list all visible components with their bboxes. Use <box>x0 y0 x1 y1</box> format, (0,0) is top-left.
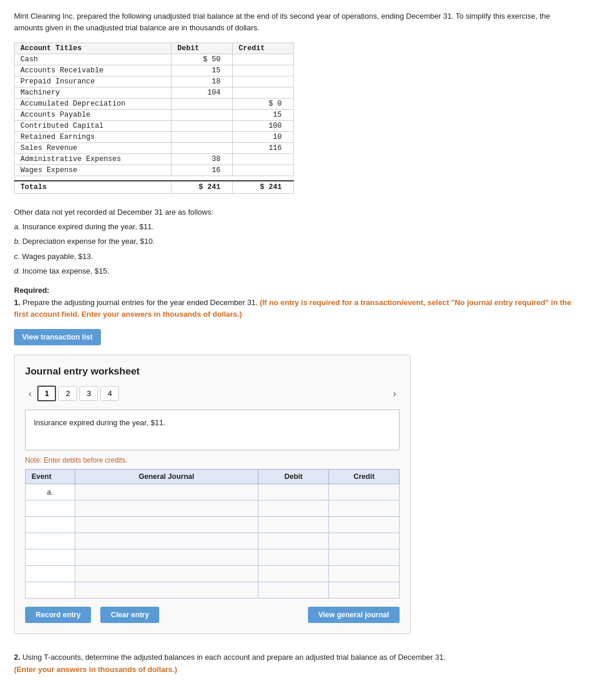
credit-input[interactable] <box>329 550 399 565</box>
debit-input-cell[interactable] <box>258 517 329 533</box>
entry-row <box>26 582 400 598</box>
credit-input[interactable] <box>329 566 399 582</box>
credit-input[interactable] <box>329 582 399 598</box>
clear-entry-button[interactable]: Clear entry <box>100 607 159 623</box>
journal-cell[interactable] <box>75 550 258 566</box>
record-entry-button[interactable]: Record entry <box>25 607 91 623</box>
credit-cell: 15 <box>232 110 293 121</box>
debit-cell <box>171 132 232 143</box>
journal-input[interactable] <box>75 550 258 565</box>
tab-4[interactable]: 4 <box>100 386 119 401</box>
journal-cell[interactable] <box>75 582 258 598</box>
table-row: Accumulated Depreciation $ 0 <box>15 99 294 110</box>
entry-row <box>26 517 400 533</box>
credit-cell: $ 0 <box>232 99 293 110</box>
debit-input-cell[interactable] <box>258 533 329 550</box>
table-row: Accounts Receivable 15 <box>15 65 294 76</box>
debit-input[interactable] <box>258 533 328 549</box>
journal-worksheet: Journal entry worksheet ‹ 1 2 3 4 › Insu… <box>14 355 411 634</box>
event-cell: a. <box>26 484 75 501</box>
journal-cell[interactable] <box>75 517 258 533</box>
credit-input[interactable] <box>329 533 399 549</box>
view-general-journal-button[interactable]: View general journal <box>308 607 400 623</box>
entry-row <box>26 533 400 550</box>
account-cell: Machinery <box>15 88 172 99</box>
account-cell: Administrative Expenses <box>15 154 172 165</box>
col-debit: Debit <box>258 470 329 484</box>
other-data-item: c. Wages payable, $13. <box>14 250 581 263</box>
debit-input[interactable] <box>258 517 328 533</box>
tab-prev-arrow[interactable]: ‹ <box>25 387 35 400</box>
section2-highlight: (Enter your answers in thousands of doll… <box>14 665 177 674</box>
debit-input[interactable] <box>258 484 328 500</box>
journal-cell[interactable] <box>75 566 258 582</box>
totals-debit: $ 241 <box>171 181 232 194</box>
debit-cell: 16 <box>171 165 232 176</box>
debit-input[interactable] <box>258 550 328 565</box>
credit-input-cell[interactable] <box>329 550 400 566</box>
debit-cell: 38 <box>171 154 232 165</box>
col-credit: Credit <box>329 470 400 484</box>
tab-1[interactable]: 1 <box>37 386 56 401</box>
other-item-text: Wages payable, $13. <box>22 252 93 261</box>
tab-next-arrow[interactable]: › <box>390 387 400 400</box>
other-item-label: c. <box>14 252 20 261</box>
credit-input-cell[interactable] <box>329 566 400 582</box>
journal-cell[interactable] <box>75 484 258 501</box>
entry-row <box>26 550 400 566</box>
other-item-text: Income tax expense, $15. <box>22 267 109 275</box>
debit-input-cell[interactable] <box>258 582 329 598</box>
event-cell <box>26 533 75 550</box>
account-cell: Sales Revenue <box>15 143 172 154</box>
journal-input[interactable] <box>75 582 258 598</box>
debit-cell: 15 <box>171 65 232 76</box>
journal-cell[interactable] <box>75 501 258 517</box>
credit-input-cell[interactable] <box>329 517 400 533</box>
debit-input[interactable] <box>258 566 328 582</box>
credit-cell <box>232 65 293 76</box>
credit-input-cell[interactable] <box>329 484 400 501</box>
event-cell <box>26 582 75 598</box>
debit-input[interactable] <box>258 582 328 598</box>
other-data-item: a. Insurance expired during the year, $1… <box>14 220 581 233</box>
credit-cell: 10 <box>232 132 293 143</box>
debit-cell <box>171 143 232 154</box>
entry-note: Note: Enter debits before credits. <box>25 456 400 464</box>
table-row: Prepaid Insurance 18 <box>15 76 294 88</box>
credit-input[interactable] <box>329 484 399 500</box>
totals-credit: $ 241 <box>232 181 293 194</box>
credit-input-cell[interactable] <box>329 501 400 517</box>
journal-input[interactable] <box>75 501 258 516</box>
other-data-header: Other data not yet recorded at December … <box>14 205 581 219</box>
debit-cell: $ 50 <box>171 54 232 65</box>
tab-3[interactable]: 3 <box>79 386 98 401</box>
journal-input[interactable] <box>75 517 258 533</box>
table-row: Sales Revenue 116 <box>15 143 294 154</box>
debit-input-cell[interactable] <box>258 550 329 566</box>
debit-input[interactable] <box>258 501 328 516</box>
table-row: Wages Expense 16 <box>15 165 294 176</box>
journal-input[interactable] <box>75 533 258 549</box>
credit-input-cell[interactable] <box>329 533 400 550</box>
tab-navigation: ‹ 1 2 3 4 › <box>25 386 400 401</box>
journal-input[interactable] <box>75 484 258 500</box>
journal-cell[interactable] <box>75 533 258 550</box>
credit-cell <box>232 154 293 165</box>
event-cell <box>26 501 75 517</box>
tab-2[interactable]: 2 <box>58 386 77 401</box>
view-transaction-button[interactable]: View transaction list <box>14 329 101 345</box>
credit-input[interactable] <box>329 501 399 516</box>
debit-input-cell[interactable] <box>258 501 329 517</box>
credit-input[interactable] <box>329 517 399 533</box>
col-general-journal: General Journal <box>75 470 258 484</box>
credit-input-cell[interactable] <box>329 582 400 598</box>
scenario-box: Insurance expired during the year, $11. <box>25 410 400 450</box>
account-cell: Cash <box>15 54 172 65</box>
credit-cell: 100 <box>232 121 293 132</box>
table-row: Machinery 104 <box>15 88 294 99</box>
debit-input-cell[interactable] <box>258 484 329 501</box>
event-cell <box>26 566 75 582</box>
scenario-text: Insurance expired during the year, $11. <box>34 418 165 427</box>
journal-input[interactable] <box>75 566 258 582</box>
debit-input-cell[interactable] <box>258 566 329 582</box>
